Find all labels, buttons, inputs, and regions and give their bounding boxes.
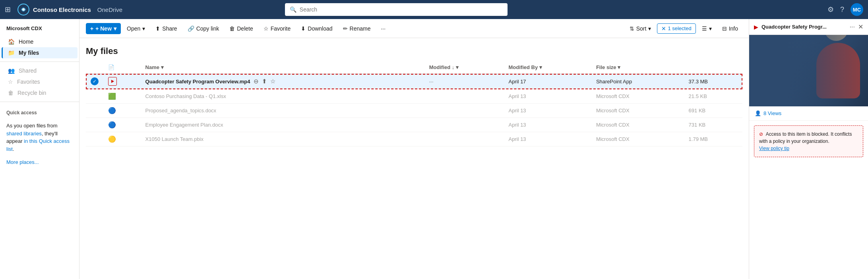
row-checkbox[interactable] <box>86 132 103 146</box>
copy-link-button[interactable]: 🔗 Copy link <box>183 23 224 34</box>
table-row[interactable]: 🔵 Proposed_agenda_topics.docx April 13Mi… <box>86 104 742 118</box>
new-button[interactable]: + + New ▾ <box>86 23 121 34</box>
panel-views: 👤 8 Views <box>749 106 868 121</box>
main-content: + + New ▾ Open ▾ ⬆ Share 🔗 Copy link 🗑 D… <box>79 19 749 279</box>
row-more-button[interactable] <box>424 104 504 118</box>
row-checkbox[interactable] <box>86 104 103 118</box>
settings-icon[interactable]: ⚙ <box>827 5 834 14</box>
quick-access-link[interactable]: in this Quick access list <box>6 138 70 152</box>
panel-close-button[interactable]: ✕ <box>858 23 863 31</box>
file-name: X1050 Launch Team.pbix <box>145 136 203 142</box>
sidebar-item-myfiles[interactable]: 📁 My files <box>2 47 78 58</box>
check-column-header <box>86 61 103 74</box>
contoso-logo <box>17 3 30 16</box>
list-view-button[interactable]: ☰ ▾ <box>698 23 716 34</box>
list-icon: ☰ <box>702 25 707 32</box>
modified-cell: April 13 <box>504 132 591 146</box>
grid-icon[interactable]: ⊞ <box>5 5 11 14</box>
table-row[interactable]: 🟡 X1050 Launch Team.pbix April 13Microso… <box>86 132 742 146</box>
link-icon: 🔗 <box>188 25 194 32</box>
toolbar: + + New ▾ Open ▾ ⬆ Share 🔗 Copy link 🗑 D… <box>79 19 749 38</box>
quick-access-text: As you open files from shared libraries,… <box>0 117 79 158</box>
share-small-icon[interactable]: ⬆ <box>262 78 267 85</box>
row-checkbox[interactable]: ✓ <box>86 74 103 89</box>
table-row[interactable]: ✓ Quadcopter Safety Program Overview.mp4… <box>86 74 742 89</box>
shared-link[interactable]: shared libraries <box>6 131 42 137</box>
video-play-icon: ▶ <box>754 24 758 30</box>
open-button[interactable]: Open ▾ <box>122 23 149 34</box>
more-button[interactable]: ··· <box>376 23 390 34</box>
chevron-down-icon: ▾ <box>142 25 145 32</box>
rename-button[interactable]: ✏ Rename <box>339 23 375 34</box>
rename-label: Rename <box>350 25 371 32</box>
row-more-button[interactable]: ··· <box>424 74 504 89</box>
panel-title: Quadcopter Safety Progr... <box>761 24 847 30</box>
file-size-label: File size <box>596 64 616 70</box>
favorite-button[interactable]: ☆ Favorite <box>259 23 295 34</box>
company-name: Contoso Electronics <box>33 6 91 13</box>
avatar[interactable]: MC <box>851 3 863 16</box>
star-small-icon[interactable]: ☆ <box>270 78 275 85</box>
file-type-cell: 🔵 <box>103 104 141 118</box>
panel-more-button[interactable]: ··· <box>850 23 855 31</box>
sidebar-item-label: My files <box>19 50 39 56</box>
info-button[interactable]: ⊟ Info <box>718 23 742 34</box>
file-name-cell[interactable]: Quadcopter Safety Program Overview.mp4 ⊖… <box>141 74 424 89</box>
sidebar-item-shared[interactable]: 👥 Shared <box>2 65 78 76</box>
file-size-cell: 1.79 MB <box>684 132 742 146</box>
policy-tip-link[interactable]: View policy tip <box>759 146 789 151</box>
type-column-header[interactable]: 📄 <box>103 61 141 74</box>
remove-icon[interactable]: ⊖ <box>254 78 259 85</box>
clear-selection-button[interactable]: ✕ <box>661 25 666 32</box>
more-places-link[interactable]: More places... <box>0 158 79 168</box>
nav-icons: ⚙ ? MC <box>827 3 863 16</box>
file-name-cell[interactable]: X1050 Launch Team.pbix <box>141 132 424 146</box>
share-button[interactable]: ⬆ Share <box>151 23 181 34</box>
file-name-cell[interactable]: Proposed_agenda_topics.docx <box>141 104 424 118</box>
file-name-cell[interactable]: Employee Engagement Plan.docx <box>141 118 424 132</box>
modified-by-column-header[interactable]: Modified By ▾ <box>504 61 591 74</box>
search-input[interactable] <box>300 6 503 13</box>
sort-label: Sort <box>636 25 647 32</box>
modified-by-cell: Microsoft CDX <box>591 118 684 132</box>
svg-point-1 <box>22 8 25 11</box>
modified-column-header[interactable]: Modified ↓ ▾ <box>424 61 504 74</box>
info-label: Info <box>729 25 738 32</box>
modified-cell: April 13 <box>504 89 591 104</box>
row-checkbox[interactable] <box>86 118 103 132</box>
file-name-cell[interactable]: Contoso Purchasing Data - Q1.xlsx <box>141 89 424 104</box>
file-table-body: ✓ Quadcopter Safety Program Overview.mp4… <box>86 74 742 146</box>
modified-cell: April 17 <box>504 74 591 89</box>
file-name: Quadcopter Safety Program Overview.mp4 <box>145 79 250 85</box>
new-label: + New <box>95 25 112 32</box>
details-icon: ⊟ <box>722 25 727 32</box>
help-icon[interactable]: ? <box>840 6 844 14</box>
row-checkbox[interactable] <box>86 89 103 104</box>
block-icon: ⊘ <box>759 131 763 137</box>
search-bar[interactable]: 🔍 <box>285 3 508 16</box>
modified-cell: April 13 <box>504 118 591 132</box>
sidebar-divider-2 <box>0 102 79 102</box>
row-more-button[interactable] <box>424 89 504 104</box>
delete-button[interactable]: 🗑 Delete <box>225 23 257 34</box>
modified-by-cell: SharePoint App <box>591 74 684 89</box>
sidebar-item-home[interactable]: 🏠 Home <box>2 36 78 47</box>
sidebar-item-favorites[interactable]: ☆ Favorites <box>2 76 78 87</box>
share-label: Share <box>162 25 177 32</box>
download-button[interactable]: ⬇ Download <box>296 23 337 34</box>
panel-header: ▶ Quadcopter Safety Progr... ··· ✕ <box>749 19 868 35</box>
views-count: 8 Views <box>763 110 781 116</box>
sidebar-item-label: Shared <box>19 67 37 74</box>
plus-icon: + <box>90 25 93 32</box>
name-column-header[interactable]: Name ▾ <box>141 61 424 74</box>
chevron-down-icon: ▾ <box>114 25 116 32</box>
table-row[interactable]: 🔵 Employee Engagement Plan.docx April 13… <box>86 118 742 132</box>
table-row[interactable]: 🟩 Contoso Purchasing Data - Q1.xlsx Apri… <box>86 89 742 104</box>
row-more-button[interactable] <box>424 118 504 132</box>
file-size-column-header[interactable]: File size ▾ <box>591 61 684 74</box>
row-more-button[interactable] <box>424 132 504 146</box>
sort-button[interactable]: ⇅ Sort ▾ <box>625 23 656 34</box>
chevron-down-icon: ▾ <box>648 25 651 32</box>
copy-link-label: Copy link <box>196 25 219 32</box>
sidebar-item-recycle[interactable]: 🗑 Recycle bin <box>2 87 78 98</box>
